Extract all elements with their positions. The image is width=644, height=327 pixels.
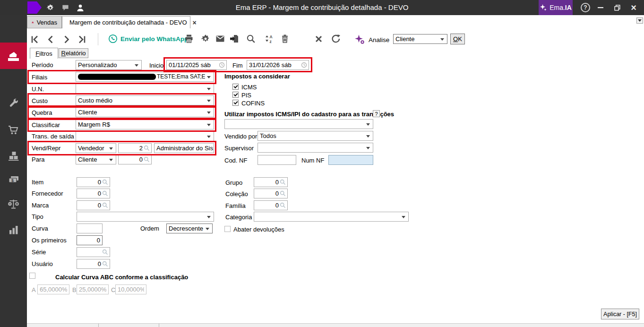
- ema-ia-label: Ema.IA: [550, 4, 572, 11]
- tab-relatorio[interactable]: Relatório: [59, 48, 88, 58]
- shopping-cart-icon: [8, 125, 19, 135]
- un-dropdown[interactable]: [76, 84, 214, 94]
- email-button[interactable]: [215, 35, 225, 43]
- restore-button[interactable]: [610, 0, 624, 15]
- dropdown-arrow-icon: [207, 76, 211, 78]
- settings-button[interactable]: [201, 34, 210, 43]
- marca-field[interactable]: 0: [77, 200, 110, 210]
- curva-field[interactable]: [77, 224, 103, 233]
- sort-button[interactable]: Az: [265, 34, 274, 43]
- search-button[interactable]: [246, 34, 256, 43]
- sidebar-item-financeiro[interactable]: $: [0, 167, 27, 191]
- nav-prev-button[interactable]: [46, 35, 55, 44]
- usuario-label: Usuário: [32, 260, 53, 267]
- vend-repr-name-field[interactable]: Administrador do Sist: [154, 143, 214, 153]
- nav-first-button[interactable]: [30, 35, 39, 44]
- classificar-dropdown[interactable]: Margem R$: [76, 120, 214, 129]
- os-primeiros-field[interactable]: 0: [77, 235, 103, 245]
- inicio-date-field[interactable]: 01/11/2025 sáb: [166, 60, 227, 70]
- fornecedor-field[interactable]: 0: [77, 189, 110, 198]
- magnifier-icon[interactable]: [102, 249, 108, 255]
- cofins-checkbox[interactable]: [232, 100, 239, 106]
- utilizar-help-button[interactable]: ?: [373, 110, 380, 117]
- tab-margem-contribuicao[interactable]: Margem de contribuição detalhada - DEVO …: [62, 16, 190, 28]
- vend-repr-label: Vend/Repr: [32, 145, 60, 152]
- titlebar-chat-icon[interactable]: [60, 3, 70, 12]
- magnifier-icon[interactable]: [102, 261, 108, 267]
- nav-last-button[interactable]: [77, 35, 86, 44]
- tipo-dropdown[interactable]: [77, 212, 214, 222]
- nav-next-button[interactable]: [62, 35, 71, 44]
- refresh-icon: [331, 34, 341, 43]
- tab-vendas[interactable]: Vendas: [27, 16, 62, 28]
- magnifier-icon[interactable]: [280, 179, 286, 185]
- analise-dropdown[interactable]: Cliente: [393, 34, 447, 44]
- ok-button[interactable]: OK: [450, 34, 465, 44]
- tab-close-icon[interactable]: ×: [193, 19, 197, 26]
- item-field[interactable]: 0: [77, 177, 110, 187]
- num-nf-field[interactable]: [328, 155, 373, 165]
- fim-date-field[interactable]: 31/01/2026 sáb: [247, 60, 309, 70]
- magnifier-icon[interactable]: [280, 190, 286, 197]
- sidebar-item-compras[interactable]: [0, 118, 27, 142]
- export-document-button[interactable]: [230, 34, 239, 43]
- supervisor-dropdown[interactable]: [258, 143, 373, 153]
- cod-nf-field[interactable]: [258, 155, 296, 165]
- magnifier-icon[interactable]: [280, 202, 286, 208]
- grupo-field[interactable]: 0: [254, 177, 288, 187]
- delete-button[interactable]: [280, 34, 290, 43]
- quebra-dropdown[interactable]: Cliente: [76, 107, 214, 117]
- tab-list-dropdown-button[interactable]: [636, 17, 643, 24]
- minimize-button[interactable]: [593, 0, 608, 15]
- magnifier-icon[interactable]: [102, 202, 108, 208]
- tab-filtros[interactable]: Filtros: [30, 48, 58, 59]
- sidebar-item-estoque[interactable]: [0, 144, 27, 167]
- utilizar-impostos-dropdown[interactable]: [224, 119, 373, 129]
- sidebar: $: [0, 15, 27, 327]
- magnifier-icon[interactable]: [102, 190, 108, 197]
- familia-field[interactable]: 0: [254, 200, 288, 210]
- vendido-por-dropdown[interactable]: Todos: [258, 131, 373, 141]
- print-button[interactable]: [184, 34, 194, 43]
- magnifier-icon[interactable]: [144, 156, 150, 163]
- titlebar-user-icon[interactable]: [76, 3, 85, 12]
- abater-devolucoes-checkbox[interactable]: [224, 226, 231, 232]
- ema-ia-button[interactable]: Ema.IA: [539, 0, 573, 15]
- whatsapp-button[interactable]: Enviar pelo WhatsApp: [108, 34, 188, 43]
- magnifier-icon[interactable]: [144, 145, 150, 151]
- categoria-label: Categoria: [225, 214, 252, 221]
- curva-abc-checkbox[interactable]: [29, 273, 35, 279]
- sidebar-item-servicos[interactable]: [0, 92, 27, 115]
- categoria-dropdown[interactable]: [254, 212, 409, 222]
- custo-dropdown[interactable]: Custo médio: [76, 95, 214, 105]
- app-logo-icon[interactable]: [27, 1, 42, 14]
- filiais-label: Filiais: [32, 74, 47, 81]
- close-button[interactable]: ×: [627, 0, 641, 15]
- titlebar-settings-icon[interactable]: [45, 3, 55, 12]
- help-button[interactable]: ?: [581, 3, 590, 12]
- magnifier-icon[interactable]: [102, 179, 108, 185]
- icms-checkbox[interactable]: [232, 84, 239, 90]
- ordem-dropdown[interactable]: Decrescente: [166, 224, 213, 233]
- serie-field[interactable]: [77, 247, 110, 257]
- aplicar-button[interactable]: Aplicar - [F5]: [601, 309, 639, 319]
- printer-icon: [184, 34, 194, 43]
- sidebar-item-fiscal[interactable]: [0, 192, 27, 215]
- colecao-field[interactable]: 0: [254, 189, 288, 198]
- pis-checkbox[interactable]: [232, 92, 239, 98]
- svg-text:A: A: [270, 34, 273, 39]
- sidebar-item-relatorios[interactable]: [0, 217, 27, 241]
- periodo-dropdown[interactable]: Personalizado: [76, 60, 142, 70]
- analise-sparkle[interactable]: [354, 34, 364, 44]
- refresh-button[interactable]: [331, 34, 341, 43]
- vend-repr-tipo-dropdown[interactable]: Vendedor: [76, 143, 116, 153]
- trans-saida-dropdown[interactable]: [76, 131, 214, 141]
- para-code-field[interactable]: 0: [118, 155, 152, 164]
- clear-button[interactable]: [315, 35, 323, 43]
- colecao-label: Coleção: [225, 190, 248, 198]
- usuario-field[interactable]: 0: [77, 259, 110, 269]
- para-tipo-dropdown[interactable]: Cliente: [76, 155, 116, 164]
- sidebar-item-vendas[interactable]: [0, 43, 27, 69]
- filiais-dropdown[interactable]: TESTE;Ema SAT;EMPR: [76, 72, 214, 82]
- vend-repr-code-field[interactable]: 2: [118, 143, 152, 153]
